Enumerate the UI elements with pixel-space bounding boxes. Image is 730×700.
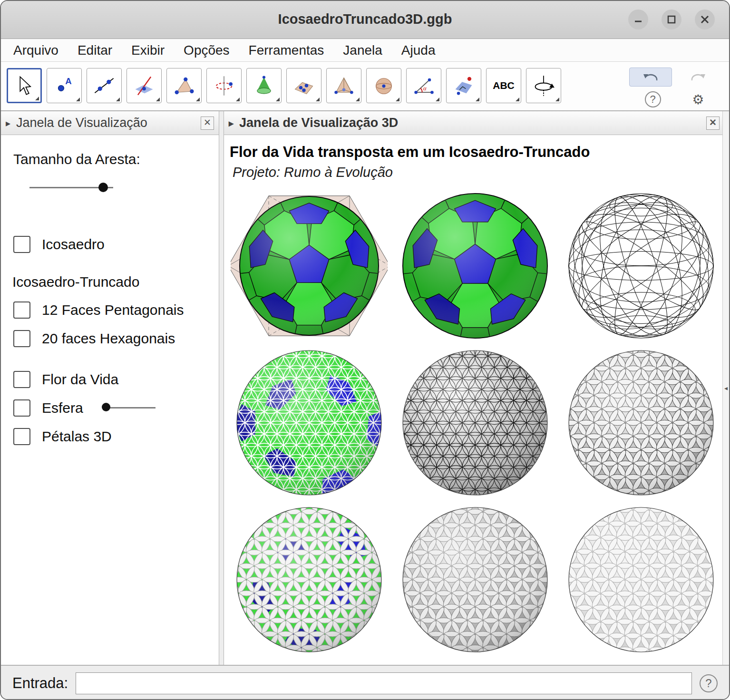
plane-through-points-tool[interactable] — [286, 68, 321, 103]
view-3d-panel[interactable]: ▸ Janela de Visualização 3D ✕ Flor da Vi… — [224, 111, 724, 665]
cone-icon — [253, 74, 275, 97]
checkbox-box[interactable] — [13, 371, 30, 388]
point-tool[interactable]: A — [47, 68, 82, 103]
menu-ferramentas[interactable]: Ferramentas — [249, 43, 324, 58]
titlebar[interactable]: IcosaedroTruncado3D.ggb — [1, 1, 729, 39]
menubar: Arquivo Editar Exibir Opções Ferramentas… — [1, 39, 729, 62]
tile-truncated-icosahedron — [397, 187, 554, 344]
menu-ajuda[interactable]: Ajuda — [401, 43, 436, 58]
point-icon: A — [53, 74, 76, 97]
collapse-arrow-icon: ◂ — [724, 384, 728, 392]
menu-janela[interactable]: Janela — [343, 43, 382, 58]
right-panel-close-button[interactable]: ✕ — [706, 117, 720, 130]
window-controls — [628, 10, 715, 29]
checkbox-esfera[interactable]: Esfera — [13, 398, 83, 418]
redo-button[interactable] — [677, 68, 720, 87]
circle-axis-tool[interactable] — [206, 68, 242, 103]
checkbox-12-faces-pentagonais[interactable]: 12 Faces Pentagonais — [13, 300, 184, 321]
checkbox-petalas-3d[interactable]: Pétalas 3D — [13, 426, 112, 447]
tile-petals-3d-colored — [231, 501, 388, 658]
esfera-slider-track[interactable] — [107, 407, 156, 408]
cone-tool[interactable] — [246, 68, 282, 103]
checkbox-box[interactable] — [13, 399, 30, 417]
left-panel-close-button[interactable]: ✕ — [201, 117, 214, 130]
right-panel-title: Janela de Visualização 3D — [239, 116, 398, 130]
tile-truncated-icosahedron-with-hull — [231, 187, 388, 344]
checkbox-label: 12 Faces Pentagonais — [42, 302, 184, 318]
tile-petals-3d-gray — [397, 501, 554, 658]
checkbox-label: Esfera — [42, 400, 83, 416]
redo-icon — [689, 72, 707, 82]
maximize-button[interactable] — [662, 10, 681, 29]
left-panel-title: Janela de Visualização — [16, 116, 147, 130]
undo-icon — [642, 72, 660, 82]
checkbox-20-faces-hexagonais[interactable]: 20 faces Hexagonais — [13, 328, 175, 349]
polygon-tool[interactable] — [166, 68, 202, 103]
checkbox-label: Pétalas 3D — [42, 428, 112, 445]
tile-flower-of-life-gray — [397, 344, 554, 501]
input-bar: Entrada: ? — [1, 665, 729, 700]
checkbox-label: 20 faces Hexagonais — [42, 331, 175, 347]
angle-icon: α — [412, 74, 435, 97]
rotate-view-tool[interactable] — [526, 68, 561, 103]
panel-collapse-handle[interactable]: ◂ — [722, 111, 729, 665]
close-button[interactable] — [695, 10, 715, 29]
tile-wireframe-sphere — [563, 187, 720, 344]
entrada-input[interactable] — [76, 672, 692, 694]
workspace: ▸ Janela de Visualização ✕ Tamanho da Ar… — [1, 111, 729, 665]
close-icon — [700, 15, 710, 24]
checkbox-box[interactable] — [13, 236, 30, 253]
esfera-slider-thumb[interactable] — [102, 403, 110, 411]
sphere-tool[interactable] — [366, 68, 401, 103]
checkbox-flor-da-vida[interactable]: Flor da Vida — [13, 369, 118, 390]
settings-button[interactable]: ⚙ — [692, 91, 704, 107]
checkbox-box[interactable] — [13, 301, 30, 319]
menu-arquivo[interactable]: Arquivo — [13, 43, 58, 58]
pyramid-icon — [332, 74, 355, 97]
checkbox-label: Icosaedro — [42, 236, 105, 253]
perpendicular-line-tool[interactable] — [127, 68, 162, 103]
plane-through-points-icon — [292, 74, 315, 97]
move-icon — [13, 74, 36, 97]
panel-splitter[interactable] — [219, 111, 224, 665]
line-tool[interactable] — [87, 68, 122, 103]
toolbar: A — [1, 62, 729, 111]
perpendicular-line-icon — [133, 74, 156, 97]
input-help-button[interactable]: ? — [700, 674, 718, 692]
window-title: IcosaedroTruncado3D.ggb — [1, 11, 729, 27]
menu-opcoes[interactable]: Opções — [184, 43, 230, 58]
undo-button[interactable] — [629, 68, 672, 87]
checkbox-label: Flor da Vida — [42, 371, 118, 388]
geogebra-window: IcosaedroTruncado3D.ggb Arquivo Editar E… — [0, 0, 730, 700]
angle-tool[interactable]: α — [406, 68, 441, 103]
svg-text:α: α — [423, 85, 427, 92]
minimize-button[interactable] — [628, 10, 648, 29]
panel-expand-icon[interactable]: ▸ — [6, 117, 10, 129]
text-tool[interactable]: ABC — [486, 68, 521, 103]
move-tool[interactable] — [7, 68, 42, 103]
entrada-label: Entrada: — [12, 675, 68, 692]
circle-axis-icon — [213, 74, 235, 97]
rotate-view-icon — [532, 74, 555, 97]
tile-flower-of-life-colored — [231, 344, 388, 501]
reflect-icon — [452, 74, 475, 97]
checkbox-box[interactable] — [13, 428, 30, 445]
polygon-icon — [173, 74, 195, 97]
undo-redo-cluster: ? ⚙ — [629, 68, 720, 107]
text-tool-label: ABC — [493, 80, 515, 91]
minimize-icon — [633, 15, 643, 24]
menu-editar[interactable]: Editar — [78, 43, 112, 58]
edge-size-label: Tamanho da Aresta: — [13, 151, 140, 167]
scene-title: Flor da Vida transposta em um Icosaedro-… — [230, 144, 590, 161]
pyramid-tool[interactable] — [326, 68, 361, 103]
toolbar-help-button[interactable]: ? — [645, 91, 661, 107]
checkbox-box[interactable] — [13, 330, 30, 347]
checkbox-icosaedro[interactable]: Icosaedro — [13, 234, 105, 255]
line-icon — [93, 74, 116, 97]
icosaedro-truncado-label: Icosaedro-Truncado — [12, 274, 139, 290]
svg-text:A: A — [65, 76, 71, 86]
reflect-tool[interactable] — [446, 68, 481, 103]
panel-expand-icon[interactable]: ▸ — [229, 117, 234, 129]
edge-size-slider-thumb[interactable] — [98, 183, 108, 192]
menu-exibir[interactable]: Exibir — [131, 43, 165, 58]
